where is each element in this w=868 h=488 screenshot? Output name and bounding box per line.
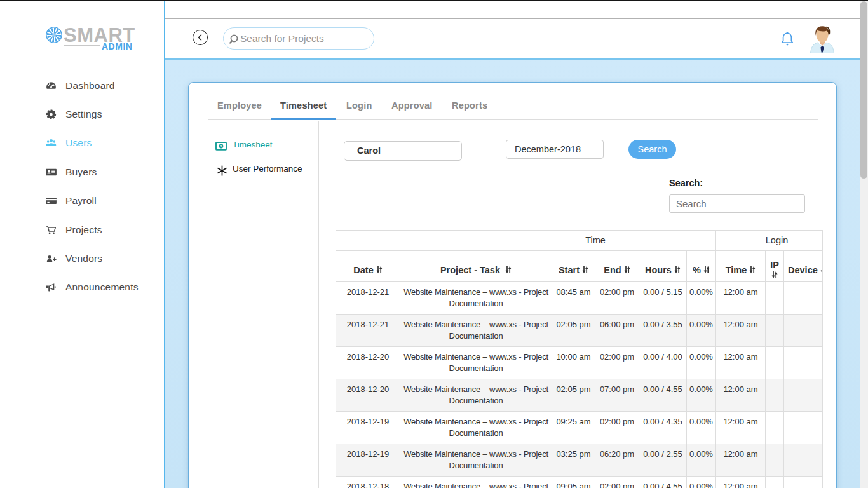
svg-text:1: 1: [220, 144, 222, 148]
